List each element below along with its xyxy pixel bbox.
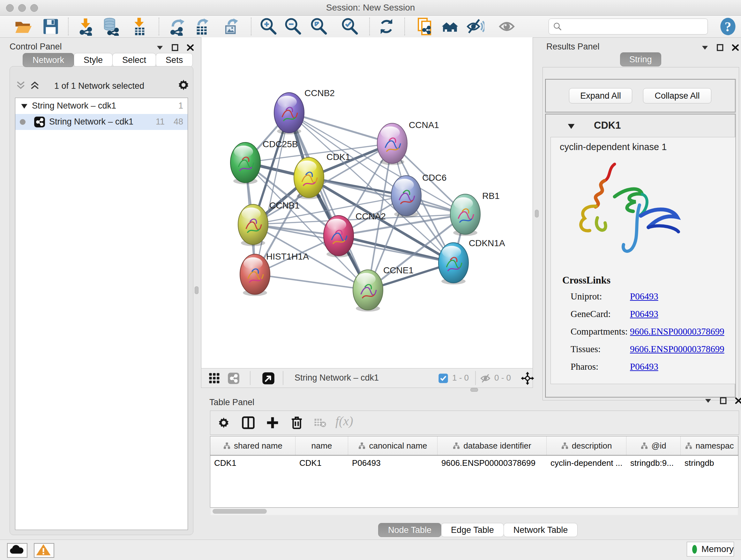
tab-sets[interactable]: Sets bbox=[156, 53, 193, 67]
network-collection-row[interactable]: String Network – cdk1 1 bbox=[15, 98, 188, 114]
close-panel-icon[interactable] bbox=[186, 44, 195, 52]
new-network-from-selection-icon[interactable] bbox=[415, 17, 434, 36]
warning-icon bbox=[35, 544, 52, 556]
table-cell[interactable]: stringdb:9... bbox=[626, 458, 681, 468]
cloud-status-button[interactable] bbox=[7, 543, 27, 558]
export-network-icon[interactable] bbox=[168, 17, 187, 36]
column-header-canonical-name[interactable]: canonical name bbox=[348, 436, 437, 455]
node-HIST1H1A[interactable]: HIST1H1A bbox=[240, 252, 309, 296]
crosslink-link[interactable]: 9606.ENSP00000378699 bbox=[630, 344, 724, 354]
export-image-icon[interactable] bbox=[222, 17, 240, 36]
network-row-selected[interactable]: String Network – cdk1 11 48 bbox=[15, 114, 188, 130]
memory-status-dot bbox=[692, 545, 697, 554]
table-row[interactable]: CDK1CDK1P064939606.ENSP00000378699cyclin… bbox=[210, 455, 738, 470]
expand-all-button[interactable]: Expand All bbox=[569, 88, 632, 104]
zoom-fit-icon[interactable] bbox=[310, 17, 328, 36]
hide-selected-icon[interactable] bbox=[466, 17, 484, 36]
zoom-out-icon[interactable] bbox=[284, 17, 302, 36]
tab-string[interactable]: String bbox=[620, 52, 661, 66]
show-columns-icon[interactable] bbox=[241, 415, 256, 430]
table-cell[interactable]: stringdb bbox=[681, 458, 738, 468]
node-CDK1[interactable]: CDK1 bbox=[294, 152, 350, 199]
crosslink-link[interactable]: P06493 bbox=[630, 361, 658, 372]
close-panel-icon[interactable] bbox=[731, 44, 740, 52]
search-input[interactable] bbox=[549, 18, 708, 35]
show-all-icon[interactable] bbox=[497, 17, 516, 36]
show-grid-icon[interactable] bbox=[208, 372, 220, 384]
edge-CCNB2-CCNE1[interactable] bbox=[289, 113, 368, 290]
maximize-panel-icon[interactable] bbox=[171, 44, 179, 52]
edge-CCNA2-CDKN1A[interactable] bbox=[339, 236, 454, 263]
tab-edge-table[interactable]: Edge Table bbox=[441, 523, 504, 537]
expand-all-tree-icon[interactable] bbox=[30, 80, 40, 90]
table-options-gear-icon[interactable] bbox=[217, 416, 231, 430]
delete-column-icon[interactable] bbox=[289, 415, 304, 430]
float-panel-icon[interactable] bbox=[701, 44, 709, 52]
fit-selection-crosshair-icon[interactable] bbox=[521, 371, 535, 385]
column-header-shared-name[interactable]: shared name bbox=[210, 436, 295, 455]
table-cell[interactable]: 9606.ENSP00000378699 bbox=[437, 458, 547, 468]
string-network-graph[interactable]: CCNB2CCNA1CDC25BCDK1CDC6RB1CCNB1CCNA2CDK… bbox=[201, 37, 533, 368]
bottom-splitter-handle[interactable] bbox=[470, 388, 478, 392]
import-network-icon[interactable] bbox=[76, 17, 95, 36]
export-table-icon[interactable] bbox=[193, 17, 211, 36]
tree-expander-icon[interactable] bbox=[20, 103, 28, 110]
table-cell[interactable]: CDK1 bbox=[210, 458, 295, 468]
tab-select[interactable]: Select bbox=[112, 53, 156, 67]
tab-node-table[interactable]: Node Table bbox=[378, 523, 441, 537]
node-RB1[interactable]: RB1 bbox=[450, 191, 499, 236]
table-cell[interactable]: P06493 bbox=[348, 458, 437, 468]
import-network-from-database-icon[interactable] bbox=[102, 17, 120, 36]
warnings-button[interactable] bbox=[34, 543, 54, 558]
save-session-icon[interactable] bbox=[41, 17, 60, 36]
add-column-icon[interactable] bbox=[265, 415, 280, 430]
column-header-namespac[interactable]: namespac bbox=[681, 436, 738, 455]
crosslink-link[interactable]: P06493 bbox=[630, 309, 658, 319]
column-header-name[interactable]: name bbox=[295, 436, 348, 455]
column-header-description[interactable]: description bbox=[547, 436, 626, 455]
table-horizontal-scrollbar[interactable] bbox=[211, 508, 738, 515]
maximize-panel-icon[interactable] bbox=[716, 44, 724, 52]
open-in-new-window-icon[interactable] bbox=[262, 372, 275, 385]
node-CCNB2[interactable]: CCNB2 bbox=[274, 88, 335, 134]
edge-CCNB2-CCNA1[interactable] bbox=[289, 113, 392, 143]
crosslink-link[interactable]: P06493 bbox=[630, 291, 658, 302]
left-splitter-handle[interactable] bbox=[195, 287, 199, 294]
scrollbar-thumb[interactable] bbox=[212, 509, 267, 514]
collapse-all-tree-icon[interactable] bbox=[16, 80, 26, 90]
collapse-all-button[interactable]: Collapse All bbox=[643, 88, 711, 104]
node-CCNE1[interactable]: CCNE1 bbox=[353, 265, 414, 312]
float-panel-icon[interactable] bbox=[704, 396, 712, 405]
tab-network-table[interactable]: Network Table bbox=[503, 523, 578, 537]
float-panel-icon[interactable] bbox=[156, 44, 164, 52]
crosslinks-header: CrossLinks bbox=[562, 274, 610, 286]
network-options-gear-icon[interactable] bbox=[177, 78, 191, 92]
entry-expander-icon[interactable] bbox=[567, 123, 576, 130]
column-header-@id[interactable]: @id bbox=[626, 436, 681, 455]
open-session-icon[interactable] bbox=[14, 17, 32, 36]
table-cell[interactable]: cyclin-dependent ... bbox=[547, 458, 626, 468]
right-splitter-handle[interactable] bbox=[535, 210, 539, 217]
selected-items-icon bbox=[438, 373, 448, 383]
refresh-icon[interactable] bbox=[377, 17, 396, 36]
crosslink-link[interactable]: 9606.ENSP00000378699 bbox=[630, 326, 724, 337]
zoom-selected-icon[interactable] bbox=[340, 17, 359, 36]
edge-HIST1H1A-CCNE1[interactable] bbox=[255, 274, 368, 290]
tab-style[interactable]: Style bbox=[74, 53, 113, 67]
help-icon[interactable]: ? bbox=[719, 17, 737, 36]
network-canvas[interactable]: CCNB2CCNA1CDC25BCDK1CDC6RB1CCNB1CCNA2CDK… bbox=[201, 37, 533, 368]
tab-network[interactable]: Network bbox=[23, 53, 74, 67]
close-panel-icon[interactable] bbox=[735, 396, 741, 405]
import-table-icon[interactable] bbox=[130, 17, 148, 36]
zoom-in-icon[interactable] bbox=[259, 17, 278, 36]
node-CDKN1A[interactable]: CDKN1A bbox=[439, 238, 505, 285]
table-cell[interactable]: CDK1 bbox=[295, 458, 348, 468]
memory-button[interactable]: Memory bbox=[687, 542, 734, 557]
column-header-database-identifier[interactable]: database identifier bbox=[437, 436, 547, 455]
protein-structure-image bbox=[567, 155, 688, 260]
maximize-panel-icon[interactable] bbox=[719, 396, 728, 405]
first-neighbors-icon[interactable] bbox=[441, 17, 459, 36]
node-CDC6[interactable]: CDC6 bbox=[391, 173, 447, 217]
network-overview-icon[interactable] bbox=[227, 372, 240, 384]
crosslink-row: GeneCard:P06493 bbox=[551, 309, 735, 326]
